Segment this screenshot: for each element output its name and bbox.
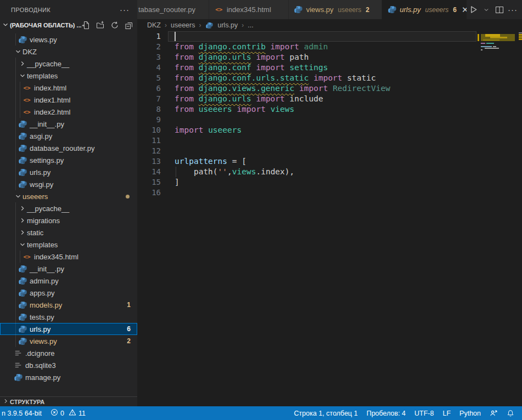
run-button[interactable] — [467, 4, 479, 16]
html-icon: <> — [215, 6, 223, 13]
indent-guide — [15, 142, 16, 154]
tree-item-models.py[interactable]: models.py1 — [0, 299, 137, 311]
minimap-mark — [481, 46, 492, 47]
tree-item-index2.html[interactable]: <>index2.html — [0, 106, 137, 118]
html-icon: <> — [23, 109, 31, 116]
tree-item-__init__.py[interactable]: __init__.py — [0, 118, 137, 130]
editor-actions: ··· — [467, 0, 522, 19]
tree-item-useeers[interactable]: useeers — [0, 190, 137, 202]
tree-item-static[interactable]: static — [0, 226, 137, 239]
tree-item-.dcignore[interactable]: .dcignore — [0, 347, 137, 359]
indent-guide — [15, 130, 16, 142]
breadcrumb-separator-icon: › — [199, 21, 201, 29]
error-count: 0 — [60, 410, 64, 417]
close-icon[interactable]: ✕ — [462, 5, 467, 14]
tree-item-admin.py[interactable]: admin.py — [0, 275, 137, 287]
minimap[interactable] — [478, 31, 519, 406]
indent-guide — [176, 167, 176, 177]
eol-item[interactable]: LF — [438, 406, 455, 420]
line-number: 5 — [137, 73, 161, 83]
language-mode-item[interactable]: Python — [455, 406, 485, 420]
encoding-item[interactable]: UTF-8 — [410, 406, 438, 420]
breadcrumb-symbol[interactable]: ... — [248, 21, 253, 29]
refresh-icon[interactable] — [110, 20, 120, 30]
tree-item-__pycache__[interactable]: __pycache__ — [0, 58, 137, 70]
tab-views.py[interactable]: views.pyuseeers2 — [289, 0, 383, 19]
tree-item-apps.py[interactable]: apps.py — [0, 287, 137, 299]
chevron-down-icon — [2, 21, 10, 30]
outline-section-header[interactable]: СТРУКТУРА — [0, 396, 137, 406]
tree-item-templates[interactable]: templates — [0, 70, 137, 82]
tree-item-db.sqlite3[interactable]: db.sqlite3 — [0, 359, 137, 371]
split-editor-icon[interactable] — [493, 4, 506, 16]
tree-item-label: tests.py — [30, 313, 54, 321]
indent-guide — [20, 94, 20, 106]
tree-item-index.html[interactable]: <>index.html — [0, 82, 137, 94]
run-dropdown-chevron-icon[interactable] — [480, 4, 492, 16]
explorer-more-actions-icon[interactable]: ··· — [120, 5, 130, 14]
tree-item-database_roouter.py[interactable]: database_roouter.py — [0, 142, 137, 154]
code-line-15: 15] — [137, 177, 522, 188]
tree-item-wsgi.py[interactable]: wsgi.py — [0, 178, 137, 190]
line-number: 7 — [137, 94, 161, 104]
line-number: 6 — [137, 83, 161, 94]
indentation-item[interactable]: Пробелов: 4 — [362, 406, 410, 420]
minimap-mark — [481, 43, 485, 44]
indent-guide — [15, 106, 16, 118]
chevron-right-icon — [18, 229, 27, 236]
tree-item-manage.py[interactable]: manage.py — [0, 371, 137, 383]
tree-item-__init__.py[interactable]: __init__.py — [0, 263, 137, 275]
indent-guide — [15, 214, 16, 226]
tree-item-label: admin.py — [30, 277, 59, 285]
tree-item-label: urls.py — [30, 168, 50, 177]
breadcrumb-file[interactable]: urls.py — [217, 21, 238, 29]
indent-guide — [15, 335, 16, 347]
tree-item-settings.py[interactable]: settings.py — [0, 154, 137, 166]
tab-urls.py[interactable]: urls.pyuseeers6✕ — [382, 0, 467, 19]
tree-item-views.py[interactable]: views.py2 — [0, 335, 137, 347]
new-folder-icon[interactable] — [96, 20, 105, 30]
tree-item-__pycache__[interactable]: __pycache__ — [0, 202, 137, 214]
python-icon — [18, 132, 27, 140]
feedback-icon[interactable] — [485, 406, 502, 420]
indent-guide — [15, 166, 16, 178]
tree-item-templates[interactable]: templates — [0, 239, 137, 251]
tree-item-index1.html[interactable]: <>index1.html — [0, 94, 137, 106]
problems-item[interactable]: 0 11 — [46, 406, 90, 420]
tree-item-asgi.py[interactable]: asgi.py — [0, 130, 137, 142]
python-icon — [18, 313, 27, 321]
tree-item-urls.py[interactable]: urls.py — [0, 166, 137, 178]
tree-item-index345.html[interactable]: <>index345.html — [0, 251, 137, 263]
warning-count: 11 — [78, 410, 86, 417]
notifications-bell-icon[interactable] — [502, 406, 519, 420]
more-actions-icon[interactable]: ··· — [507, 4, 519, 16]
indent-guide — [15, 94, 16, 106]
tree-item-tests.py[interactable]: tests.py — [0, 311, 137, 323]
tree-item-label: settings.py — [30, 156, 64, 164]
overview-ruler[interactable] — [519, 31, 522, 406]
python-interpreter-item[interactable]: n 3.9.5 64-bit — [0, 406, 46, 420]
tab-index345.html[interactable]: <>index345.html — [209, 0, 289, 19]
tab-label: views.py — [306, 5, 334, 14]
overview-cursor-mark — [519, 32, 522, 33]
tab-tabase_roouter.py[interactable]: tabase_roouter.py — [137, 0, 209, 19]
code-editor[interactable]: 12from django.contrib import admin3from … — [137, 31, 522, 406]
tree-item-views.py[interactable]: views.py — [0, 33, 137, 46]
tree-item-migrations[interactable]: migrations — [0, 214, 137, 226]
breadcrumb-separator-icon: › — [165, 21, 167, 29]
new-file-icon[interactable] — [81, 20, 91, 30]
tree-item-DKZ[interactable]: DKZ — [0, 46, 137, 58]
tree-item-urls.py[interactable]: urls.py6 — [0, 323, 137, 335]
breadcrumb-folder[interactable]: DKZ — [147, 21, 161, 29]
cursor-position-item[interactable]: Строка 1, столбец 1 — [290, 406, 362, 420]
breadcrumb-folder[interactable]: useeers — [171, 21, 195, 29]
code-line-14: 14 path('',views.index), — [137, 167, 522, 177]
overview-warning-mark — [519, 38, 522, 40]
workspace-section-header[interactable]: (РАБОЧАЯ ОБЛАСТЬ) ... — [0, 19, 137, 31]
tree-item-label: __init__.py — [30, 265, 64, 273]
chevron-right-icon — [2, 398, 10, 406]
line-number: 10 — [137, 125, 161, 135]
code-line-5: 5from django.conf.urls.static import sta… — [137, 73, 522, 83]
collapse-all-icon[interactable] — [124, 20, 134, 30]
tree-item-label: index.html — [34, 84, 66, 92]
